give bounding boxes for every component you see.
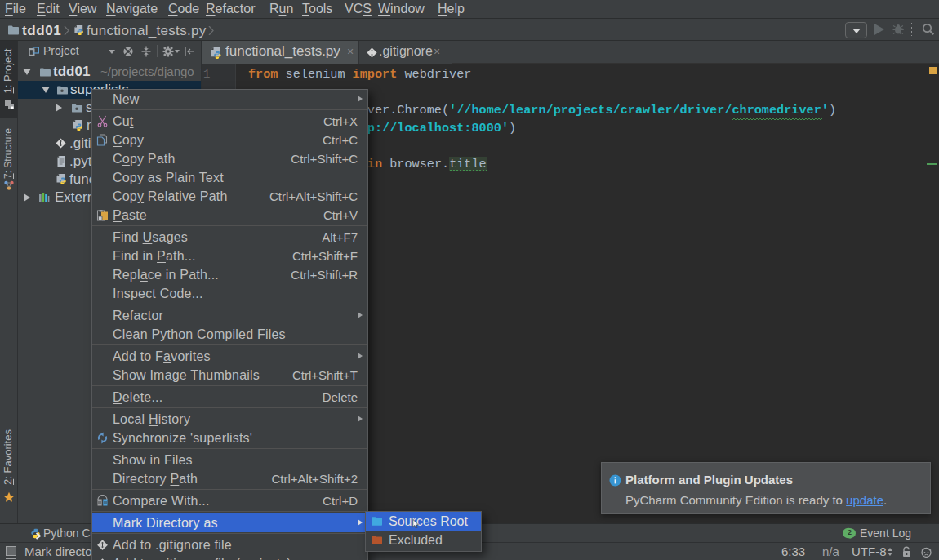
svg-text:2: 2	[848, 528, 852, 536]
